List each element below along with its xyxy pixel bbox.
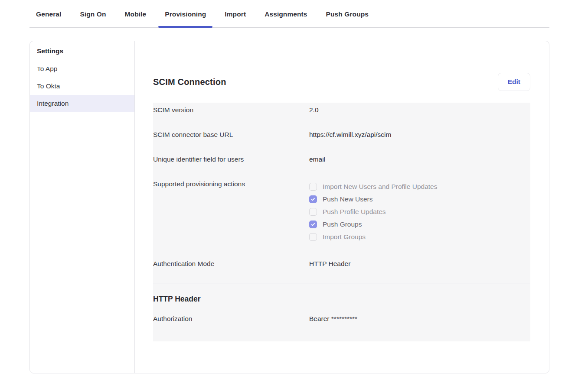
- field-value: 2.0: [309, 106, 319, 114]
- checkbox-label: Import New Users and Profile Updates: [323, 183, 437, 191]
- main-content: SCIM Connection Edit SCIM version2.0SCIM…: [135, 41, 549, 373]
- sidebar-nav: To AppTo OktaIntegration: [30, 60, 134, 112]
- checkbox-option-import-groups[interactable]: Import Groups: [309, 230, 437, 243]
- field-row-scim-version: SCIM version2.0: [153, 103, 530, 127]
- field-row-supported-provisioning-actions: Supported provisioning actionsImport New…: [153, 177, 530, 256]
- tab-general[interactable]: General: [36, 10, 61, 27]
- checkbox-group: Import New Users and Profile UpdatesPush…: [309, 180, 437, 243]
- checked-checkbox-icon[interactable]: [309, 221, 317, 228]
- scim-connection-panel: SCIM version2.0SCIM connector base URLht…: [153, 103, 530, 341]
- checkbox-option-push-new-users[interactable]: Push New Users: [309, 193, 437, 205]
- checkbox-label: Import Groups: [323, 233, 366, 241]
- field-label: Authorization: [153, 315, 309, 323]
- settings-card: Settings To AppTo OktaIntegration SCIM C…: [29, 41, 549, 373]
- sidebar-item-integration[interactable]: Integration: [30, 95, 134, 112]
- tab-bar: GeneralSign OnMobileProvisioningImportAs…: [29, 0, 549, 28]
- field-value: HTTP Header: [309, 260, 350, 268]
- field-row-unique-identifier-field-for-users: Unique identifier field for usersemail: [153, 152, 530, 177]
- field-value: email: [309, 156, 325, 163]
- field-row-scim-connector-base-url: SCIM connector base URLhttps://cf.wimill…: [153, 127, 530, 152]
- field-row-authorization: AuthorizationBearer **********: [153, 311, 530, 336]
- checkbox-option-import-new-users-and-profile-updates[interactable]: Import New Users and Profile Updates: [309, 180, 437, 193]
- edit-button[interactable]: Edit: [498, 73, 530, 91]
- tab-sign-on[interactable]: Sign On: [80, 10, 106, 27]
- checkbox-label: Push New Users: [323, 195, 372, 203]
- sidebar-item-to-app[interactable]: To App: [30, 60, 134, 78]
- fields: SCIM version2.0SCIM connector base URLht…: [153, 103, 530, 281]
- unchecked-checkbox-icon[interactable]: [309, 208, 317, 216]
- subsection-fields: AuthorizationBearer **********: [153, 311, 530, 336]
- tab-assignments[interactable]: Assignments: [265, 10, 307, 27]
- sidebar: Settings To AppTo OktaIntegration: [30, 41, 135, 373]
- field-row-authentication-mode: Authentication ModeHTTP Header: [153, 256, 530, 281]
- tab-mobile[interactable]: Mobile: [125, 10, 147, 27]
- checkmark-glyph: [310, 222, 316, 227]
- tab-provisioning[interactable]: Provisioning: [165, 10, 206, 27]
- unchecked-checkbox-icon[interactable]: [309, 233, 317, 241]
- field-label: SCIM version: [153, 106, 309, 114]
- checked-checkbox-icon[interactable]: [309, 195, 317, 203]
- checkbox-label: Push Profile Updates: [323, 208, 386, 216]
- field-label: SCIM connector base URL: [153, 131, 309, 139]
- sidebar-item-to-okta[interactable]: To Okta: [30, 78, 134, 95]
- field-value: https://cf.wimill.xyz/api/scim: [309, 131, 391, 139]
- tab-import[interactable]: Import: [225, 10, 246, 27]
- field-label: Authentication Mode: [153, 260, 309, 268]
- checkmark-glyph: [310, 197, 316, 202]
- checkbox-label: Push Groups: [323, 221, 362, 228]
- subsection-title: HTTP Header: [153, 283, 530, 311]
- checkbox-option-push-groups[interactable]: Push Groups: [309, 218, 437, 230]
- page-title: SCIM Connection: [153, 77, 226, 87]
- field-label: Supported provisioning actions: [153, 180, 309, 188]
- checkbox-option-push-profile-updates[interactable]: Push Profile Updates: [309, 205, 437, 218]
- section-header: SCIM Connection Edit: [153, 73, 530, 91]
- field-value: Bearer **********: [309, 315, 357, 323]
- field-label: Unique identifier field for users: [153, 156, 309, 163]
- unchecked-checkbox-icon[interactable]: [309, 183, 317, 191]
- sidebar-header: Settings: [30, 41, 134, 60]
- tab-push-groups[interactable]: Push Groups: [326, 10, 369, 27]
